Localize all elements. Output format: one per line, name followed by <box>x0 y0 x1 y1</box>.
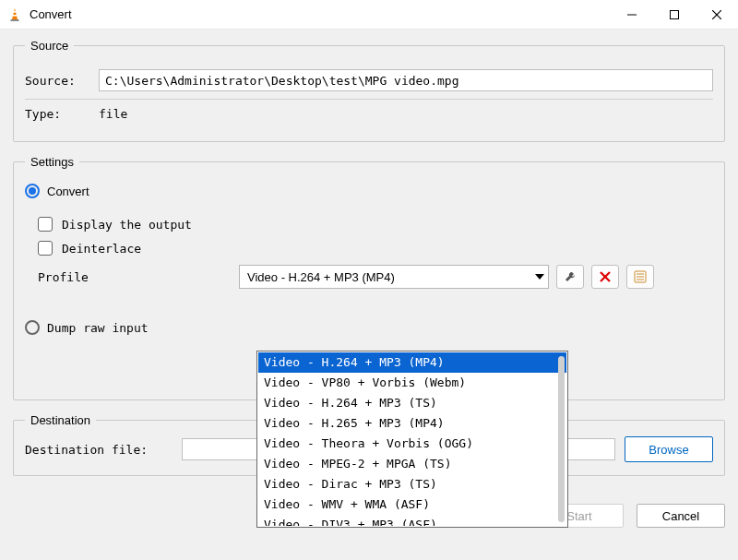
source-label: Source: <box>25 74 89 88</box>
list-icon <box>634 270 647 283</box>
deinterlace-checkbox[interactable]: Deinterlace <box>38 241 713 256</box>
profile-option[interactable]: Video - Theora + Vorbis (OGG) <box>258 434 566 454</box>
deinterlace-label: Deinterlace <box>62 242 141 256</box>
source-legend: Source <box>25 39 74 53</box>
browse-button[interactable]: Browse <box>625 436 713 462</box>
svg-rect-5 <box>671 10 679 18</box>
x-icon <box>600 271 611 282</box>
profile-combobox[interactable]: Video - H.264 + MP3 (MP4) <box>239 265 549 289</box>
display-output-checkbox[interactable]: Display the output <box>38 217 713 232</box>
scrollbar-thumb[interactable] <box>558 356 565 522</box>
profile-option[interactable]: Video - MPEG-2 + MPGA (TS) <box>258 454 566 474</box>
svg-rect-3 <box>11 19 19 21</box>
profile-option[interactable]: Video - WMV + WMA (ASF) <box>258 494 566 515</box>
delete-profile-button[interactable] <box>591 265 619 289</box>
chevron-down-icon <box>535 274 544 280</box>
display-output-label: Display the output <box>62 218 192 232</box>
source-group: Source Source: Type: file <box>13 39 725 142</box>
close-button[interactable] <box>696 0 738 30</box>
destination-file-label: Destination file: <box>25 443 173 457</box>
dump-raw-radio[interactable]: Dump raw input <box>25 320 713 335</box>
svg-marker-0 <box>12 8 18 19</box>
profile-option[interactable]: Video - DIV3 + MP3 (ASF) <box>258 515 566 526</box>
minimize-button[interactable] <box>611 0 653 30</box>
new-profile-button[interactable] <box>626 265 654 289</box>
profile-label: Profile <box>38 270 232 284</box>
type-value: file <box>99 107 127 121</box>
svg-rect-1 <box>13 11 17 13</box>
vlc-cone-icon <box>7 7 22 22</box>
profile-option[interactable]: Video - Dirac + MP3 (TS) <box>258 474 566 494</box>
divider <box>25 99 713 100</box>
edit-profile-button[interactable] <box>556 265 584 289</box>
svg-rect-2 <box>12 15 17 17</box>
maximize-button[interactable] <box>653 0 696 30</box>
settings-legend: Settings <box>25 155 79 169</box>
window-titlebar: Convert <box>0 0 738 30</box>
convert-radio[interactable]: Convert <box>25 184 713 198</box>
profile-option[interactable]: Video - VP80 + Vorbis (Webm) <box>258 373 566 393</box>
destination-legend: Destination <box>25 413 96 427</box>
profile-option[interactable]: Video - H.264 + MP3 (TS) <box>258 393 566 413</box>
wrench-icon <box>564 270 577 283</box>
source-input[interactable] <box>99 69 713 91</box>
dump-raw-label: Dump raw input <box>47 321 149 335</box>
convert-radio-label: Convert <box>47 185 89 198</box>
profile-combobox-value: Video - H.264 + MP3 (MP4) <box>247 270 395 284</box>
type-label: Type: <box>25 107 89 121</box>
profile-option[interactable]: Video - H.264 + MP3 (MP4) <box>258 352 566 373</box>
cancel-button[interactable]: Cancel <box>637 504 725 528</box>
window-title: Convert <box>30 7 72 21</box>
profile-option[interactable]: Video - H.265 + MP3 (MP4) <box>258 413 566 434</box>
profile-dropdown-list[interactable]: Video - H.264 + MP3 (MP4)Video - VP80 + … <box>256 351 568 528</box>
